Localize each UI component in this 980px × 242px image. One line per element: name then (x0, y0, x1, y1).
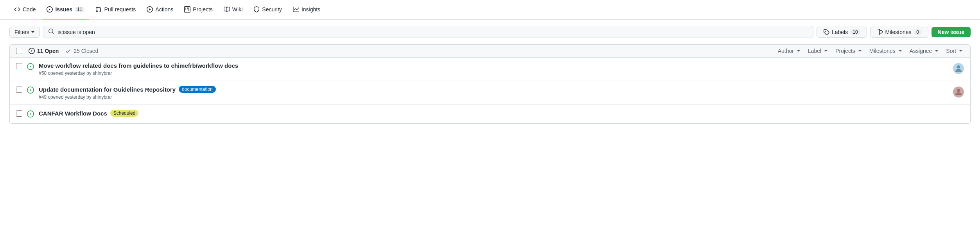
milestones-filter[interactable]: Milestones (869, 48, 903, 54)
labels-count: 10 (850, 29, 860, 35)
filter-chevron-icon (31, 30, 35, 34)
nav-item-security[interactable]: Security (249, 0, 287, 20)
actions-icon (147, 6, 153, 13)
nav-item-code[interactable]: Code (9, 0, 40, 20)
milestones-chevron-icon (897, 48, 903, 54)
nav-item-insights[interactable]: Insights (288, 0, 325, 20)
sort-chevron-icon (958, 48, 964, 54)
closed-count-label: 25 Closed (74, 48, 98, 54)
filter-button[interactable]: Filters (9, 27, 40, 38)
issues-header-right: Author Label Projects Milestones Assigne… (778, 48, 964, 54)
author-chevron-icon (795, 48, 802, 54)
closed-icon (65, 48, 71, 54)
open-count-label: 11 Open (37, 48, 59, 54)
nav-item-wiki[interactable]: Wiki (219, 0, 247, 20)
svg-point-1 (957, 89, 960, 92)
open-icon (29, 48, 35, 54)
nav-bar: Code Issues 11 Pull requests Actions (0, 0, 980, 20)
labels-icon (823, 29, 829, 35)
issues-header-left: 11 Open 25 Closed (16, 48, 772, 54)
issue-partial-title[interactable]: CANFAR Workflow Docs Scheduled (39, 110, 964, 117)
filter-label: Filters (14, 29, 29, 35)
search-input[interactable] (57, 29, 808, 35)
insights-icon (293, 6, 299, 13)
toolbar: Filters Labels 10 Milestones 0 New issue (0, 20, 980, 44)
issue-49-checkbox[interactable] (16, 87, 22, 93)
nav-item-pull-requests[interactable]: Pull requests (91, 0, 140, 20)
issue-50-meta: #50 opened yesterday by shinybrar (39, 70, 948, 76)
milestones-count: 0 (914, 29, 922, 35)
issue-partial-content: CANFAR Workflow Docs Scheduled (39, 110, 964, 117)
issue-row-50: Move workflow related docs from guidelin… (10, 58, 970, 81)
labels-label: Labels (832, 29, 848, 35)
projects-filter[interactable]: Projects (835, 48, 863, 54)
nav-item-projects-label: Projects (193, 6, 213, 13)
issue-49-meta: #49 opened yesterday by shinybrar (39, 94, 948, 100)
nav-item-actions-label: Actions (155, 6, 173, 13)
issue-50-title[interactable]: Move workflow related docs from guidelin… (39, 62, 948, 69)
issues-header: 11 Open 25 Closed Author Label Projects (10, 45, 970, 58)
nav-item-issues-label: Issues (55, 6, 72, 13)
issue-row-49: Update documentation for Guidelines Repo… (10, 81, 970, 105)
issue-49-open-icon (27, 87, 34, 95)
new-issue-button[interactable]: New issue (932, 27, 971, 37)
issue-50-open-icon (27, 63, 34, 71)
code-icon (14, 6, 20, 13)
issue-50-content: Move workflow related docs from guidelin… (39, 62, 948, 76)
milestones-label: Milestones (885, 29, 912, 35)
issue-50-checkbox[interactable] (16, 63, 22, 69)
milestones-button[interactable]: Milestones 0 (870, 27, 928, 38)
closed-count[interactable]: 25 Closed (65, 48, 98, 54)
issue-partial-open-icon (27, 110, 34, 119)
assignee-filter[interactable]: Assignee (910, 48, 940, 54)
issue-row-partial: CANFAR Workflow Docs Scheduled (10, 105, 970, 123)
issue-49-content: Update documentation for Guidelines Repo… (39, 86, 948, 100)
issue-partial-label[interactable]: Scheduled (110, 110, 139, 117)
select-all-checkbox[interactable] (16, 48, 22, 54)
labels-button[interactable]: Labels 10 (817, 27, 867, 38)
search-box (43, 26, 813, 38)
label-filter[interactable]: Label (808, 48, 829, 54)
nav-item-actions[interactable]: Actions (142, 0, 178, 20)
search-icon (48, 28, 54, 36)
issue-49-avatar (953, 87, 964, 98)
author-filter[interactable]: Author (778, 48, 802, 54)
pr-icon (95, 6, 102, 13)
assignee-chevron-icon (933, 48, 940, 54)
nav-item-issues[interactable]: Issues 11 (42, 0, 89, 20)
nav-item-wiki-label: Wiki (232, 6, 242, 13)
sort-filter[interactable]: Sort (946, 48, 964, 54)
nav-item-pr-label: Pull requests (104, 6, 136, 13)
nav-item-security-label: Security (262, 6, 282, 13)
nav-item-code-label: Code (23, 6, 36, 13)
wiki-icon (224, 6, 230, 13)
label-chevron-icon (823, 48, 829, 54)
milestones-icon (877, 29, 883, 35)
issues-container: 11 Open 25 Closed Author Label Projects (9, 44, 971, 124)
nav-item-insights-label: Insights (302, 6, 320, 13)
svg-point-0 (957, 65, 960, 69)
issues-badge: 11 (75, 7, 84, 12)
issue-50-avatar (953, 63, 964, 74)
open-count[interactable]: 11 Open (29, 48, 59, 54)
nav-item-projects[interactable]: Projects (179, 0, 217, 20)
projects-icon (184, 6, 190, 13)
issue-49-label[interactable]: documentation (179, 86, 216, 93)
security-icon (253, 6, 260, 13)
projects-chevron-icon (857, 48, 863, 54)
issue-49-title[interactable]: Update documentation for Guidelines Repo… (39, 86, 948, 93)
issue-partial-checkbox[interactable] (16, 110, 22, 117)
issues-icon (47, 6, 53, 13)
